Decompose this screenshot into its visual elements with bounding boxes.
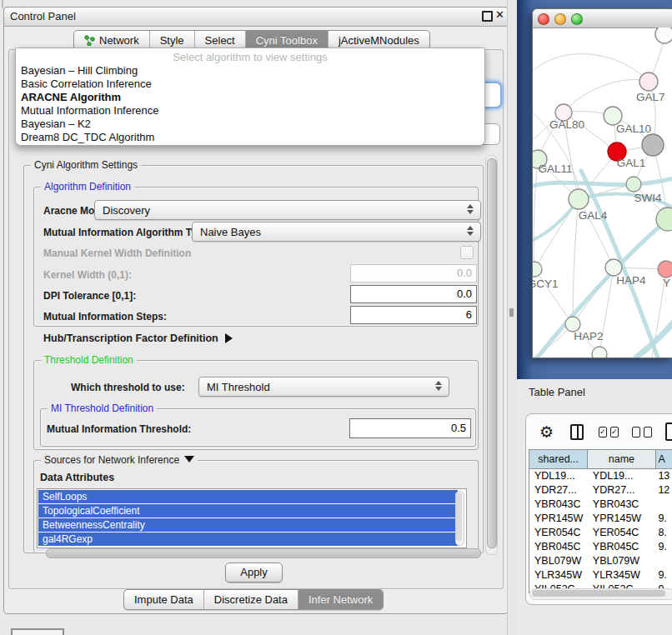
kernel-width-field[interactable]: 0.0 (350, 264, 477, 282)
dpi-tolerance-field[interactable]: 0.0 (350, 285, 477, 303)
sources-group-title: Sources for Network Inference (41, 454, 198, 466)
close-icon[interactable]: ✕ (495, 8, 504, 21)
mi-threshold-label: Mutual Information Threshold: (47, 423, 191, 435)
network-canvas[interactable]: GAL7GAL80GAL10GAL1GAL11SWI4GAL4HAP4YGCY1… (533, 28, 672, 358)
panel-edge-tick (2, 0, 3, 8)
network-window-titlebar[interactable] (533, 9, 672, 28)
table-row[interactable]: YLR345W YLR345W 9. (529, 568, 672, 582)
network-icon (84, 35, 95, 46)
control-panel-titlebar[interactable] (3, 7, 509, 27)
algorithm-option[interactable]: Bayesian – K2 (21, 118, 484, 131)
algorithm-option[interactable]: Basic Correlation Inference (21, 78, 484, 91)
kernel-width-label: Kernel Width (0,1): (43, 269, 132, 281)
table-row[interactable]: YDR27... YDR27... 12 (529, 483, 672, 498)
control-panel-title: Control Panel (10, 10, 76, 22)
hub-definition-toggle[interactable]: Hub/Transcription Factor Definition (43, 332, 233, 344)
table-hscroll-thumb[interactable] (532, 590, 665, 597)
mi-type-label: Mutual Information Algorithm Type: (43, 227, 212, 238)
attr-items: SelfLoopsTopologicalCoefficientBetweenne… (38, 490, 466, 546)
table-row[interactable]: YDL19... YDL19... 13 (529, 469, 672, 483)
tab-discretize-data[interactable]: Discretize Data (204, 590, 298, 609)
minimized-panel-edge[interactable] (11, 628, 64, 635)
table-hscrollbar[interactable] (529, 588, 672, 600)
hub-definition-label: Hub/Transcription Factor Definition (43, 332, 218, 344)
algorithm-option[interactable]: Mutual Information Inference (21, 104, 484, 118)
collapsed-arrow-icon[interactable] (225, 333, 233, 343)
column-header-partial[interactable]: A (656, 450, 672, 468)
mi-type-combo[interactable]: Naive Bayes (192, 222, 481, 242)
attribute-item[interactable]: SelfLoops (38, 490, 458, 503)
table-body: YDL19... YDL19... 13 YDR27... YDR27... 1… (529, 469, 672, 592)
algorithm-option[interactable]: ARACNE Algorithm (21, 91, 484, 104)
tab-network-label: Network (99, 34, 139, 47)
mi-threshold-field[interactable]: 0.5 (349, 418, 471, 438)
gear-icon[interactable]: ⚙ (539, 422, 554, 442)
algorithm-option[interactable]: Dream8 DC_TDC Algorithm (21, 131, 484, 144)
attributes-scrollbar[interactable] (455, 491, 464, 546)
table-row[interactable]: YPR145W YPR145W 9. (529, 512, 672, 526)
node-label: GAL1 (617, 157, 646, 169)
node-swi4[interactable] (626, 177, 641, 192)
tab-infer-network[interactable]: Infer Network (298, 590, 383, 609)
settings-hscrollbar-thumb[interactable] (46, 548, 481, 558)
table-panel-card: ⚙ ✓ ✓ shared... name A YDL19... YDL19...… (525, 413, 672, 605)
stepper-icon (467, 226, 474, 236)
attribute-item[interactable]: gal4RGexp (38, 532, 458, 546)
table-row[interactable]: YER054C YER054C 8. (529, 526, 672, 540)
algorithm-option[interactable]: Bayesian – Hill Climbing (21, 64, 484, 78)
algorithm-options-list: Bayesian – Hill ClimbingBasic Correlatio… (16, 64, 484, 144)
divider-grip-icon[interactable] (509, 308, 514, 317)
node-bottom-partial[interactable] (592, 347, 607, 358)
table-row[interactable]: YBR045C YBR045C 9. (529, 540, 672, 554)
apply-button[interactable]: Apply (225, 562, 283, 582)
node-label: Y (663, 277, 670, 289)
minimize-traffic-icon[interactable] (554, 13, 566, 25)
node-label: HAP2 (574, 330, 603, 342)
mi-steps-field[interactable]: 6 (350, 306, 477, 324)
attribute-item[interactable]: TopologicalCoefficient (38, 504, 458, 518)
algorithm-dropdown-popup: Select algorithm to view settings Bayesi… (15, 48, 485, 146)
expanded-arrow-icon[interactable] (184, 456, 194, 462)
select-all-icon[interactable]: ✓ (599, 427, 607, 438)
attributes-scroll-thumb[interactable] (456, 492, 462, 541)
node-label: GAL4 (579, 209, 608, 222)
mi-threshold-group-title: MI Threshold Definition (48, 402, 157, 414)
node-label: GAL80 (549, 118, 584, 131)
dpi-tolerance-label: DPI Tolerance [0,1]: (43, 290, 136, 302)
node-top-partial[interactable] (655, 28, 672, 43)
table-icon[interactable] (665, 422, 672, 441)
node-salmon[interactable] (658, 261, 672, 278)
node-label: GAL10 (616, 122, 651, 135)
mi-steps-label: Mutual Information Steps: (43, 311, 167, 322)
data-attributes-label: Data Attributes (40, 472, 114, 483)
table-row[interactable]: YBL079W YBL079W (529, 554, 672, 568)
tab-impute-data[interactable]: Impute Data (124, 590, 204, 609)
column-header-name[interactable]: name (588, 450, 655, 468)
stepper-icon (435, 381, 442, 391)
zoom-traffic-icon[interactable] (571, 13, 583, 25)
deselect-all-icon[interactable] (644, 427, 652, 438)
table-header-row: shared... name A (529, 450, 672, 469)
manual-kernel-checkbox[interactable] (460, 246, 474, 259)
columns-icon[interactable] (570, 424, 584, 440)
select-all-icon[interactable]: ✓ (610, 427, 619, 438)
float-window-icon[interactable] (482, 11, 493, 22)
table-row[interactable]: YBR043C YBR043C (529, 498, 672, 512)
settings-vscrollbar-thumb[interactable] (487, 158, 497, 548)
node-gray[interactable] (642, 134, 664, 156)
table-toolbar: ⚙ ✓ ✓ (526, 414, 672, 449)
close-traffic-icon[interactable] (538, 13, 549, 25)
node-gcy1[interactable] (533, 262, 542, 277)
which-threshold-combo[interactable]: MI Threshold (198, 377, 449, 397)
attribute-item[interactable]: BetweennessCentrality (38, 518, 458, 532)
node-table: shared... name A YDL19... YDL19... 13 YD… (529, 449, 672, 593)
node-gal7[interactable] (639, 72, 658, 91)
column-header-shared-name[interactable]: shared... (529, 450, 588, 468)
deselect-all-icon[interactable] (632, 427, 640, 438)
cyni-settings-title: Cyni Algorithm Settings (31, 159, 141, 171)
node-gal4[interactable] (569, 189, 589, 209)
aracne-mode-combo[interactable]: Discovery (94, 200, 481, 220)
node-hap4[interactable] (605, 259, 622, 276)
network-view-window[interactable]: GAL7GAL80GAL10GAL1GAL11SWI4GAL4HAP4YGCY1… (532, 8, 672, 358)
node-label: GAL7 (636, 91, 665, 103)
